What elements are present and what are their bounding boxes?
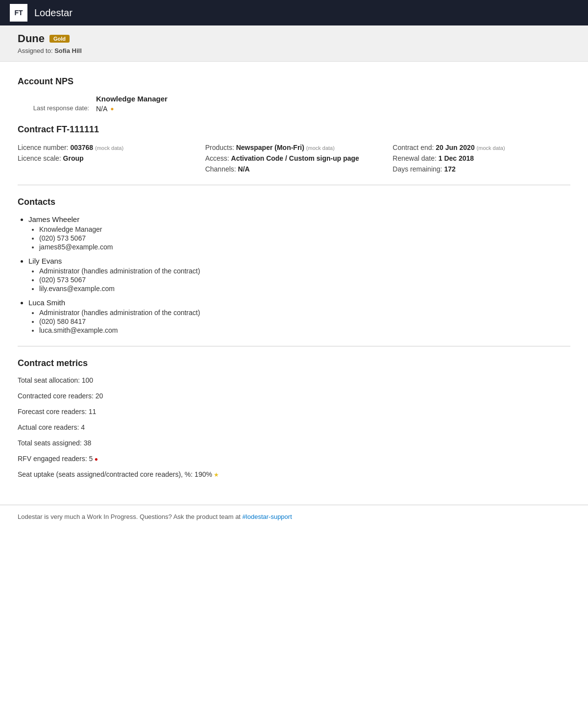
metric-row: Contracted core readers: 20 (18, 392, 570, 400)
metrics-section: Contract metrics Total seat allocation: … (18, 358, 570, 478)
days-remaining-item: Days remaining: 172 (392, 165, 570, 173)
nps-data-col: Knowledge Manager N/A ● (96, 95, 168, 113)
metric-label: Forecast core readers: (18, 408, 89, 416)
nps-dot: ● (110, 105, 114, 112)
nps-role-name: Knowledge Manager (96, 95, 168, 103)
nps-value-row: N/A ● (96, 105, 168, 113)
metric-dot: ★ (212, 471, 219, 478)
last-response-label: Last response date: (33, 104, 89, 112)
channels-label: Channels: (205, 165, 236, 173)
metric-value: 20 (96, 392, 103, 400)
access-item: Access: Activation Code / Custom sign-up… (205, 154, 383, 162)
licence-number-mock: (mock data) (95, 145, 123, 151)
nps-section: Account NPS Last response date: Knowledg… (18, 76, 570, 113)
nps-grid: Last response date: Knowledge Manager N/… (18, 95, 570, 113)
metric-label: Seat uptake (seats assigned/contracted c… (18, 470, 195, 478)
app-title: Lodestar (34, 7, 73, 19)
metric-label: RFV engaged readers: (18, 455, 89, 463)
contract-grid: Licence number: 003768 (mock data) Produ… (18, 144, 570, 173)
contract-end-value: 20 Jun 2020 (436, 144, 474, 151)
contact-detail-item: Administrator (handles administration of… (39, 267, 570, 275)
contact-detail-item: luca.smith@example.com (39, 326, 570, 334)
metric-row: Total seat allocation: 100 (18, 376, 570, 384)
app-header: FT Lodestar (0, 0, 588, 25)
contact-details: Administrator (handles administration of… (28, 267, 570, 293)
metric-label: Actual core readers: (18, 423, 81, 431)
account-bar: Dune Gold Assigned to: Sofia Hill (0, 25, 588, 62)
contract-end-item: Contract end: 20 Jun 2020 (mock data) (392, 144, 570, 151)
divider-1 (18, 185, 570, 185)
products-label: Products: (205, 144, 234, 151)
channels-item: Channels: N/A (205, 165, 383, 173)
metric-value: 100 (82, 376, 93, 384)
products-mock: (mock data) (306, 145, 335, 151)
account-name-row: Dune Gold (18, 32, 570, 45)
metric-value: 4 (81, 423, 85, 431)
metric-label: Total seats assigned: (18, 439, 84, 447)
renewal-date-label: Renewal date: (392, 154, 437, 162)
renewal-date-item: Renewal date: 1 Dec 2018 (392, 154, 570, 162)
licence-number-value: 003768 (70, 144, 93, 151)
contract-end-mock: (mock data) (477, 145, 505, 151)
days-remaining-value: 172 (444, 165, 455, 173)
access-label: Access: (205, 154, 229, 162)
contract-section: Contract FT-111111 Licence number: 00376… (18, 124, 570, 173)
contact-item: James WheelerKnowledge Manager(020) 573 … (28, 215, 570, 251)
contact-detail-item: lily.evans@example.com (39, 285, 570, 293)
nps-value: N/A (96, 105, 107, 113)
nps-label-col: Last response date: (18, 95, 96, 112)
footer-link[interactable]: #lodestar-support (243, 513, 292, 520)
access-value: Activation Code / Custom sign-up page (231, 154, 359, 162)
metric-row: Total seats assigned: 38 (18, 439, 570, 447)
metric-value: 190% (195, 470, 212, 478)
contact-detail-item: Administrator (handles administration of… (39, 309, 570, 317)
products-item: Products: Newspaper (Mon-Fri) (mock data… (205, 144, 383, 151)
main-content: Account NPS Last response date: Knowledg… (0, 62, 588, 505)
spacer-1 (18, 165, 196, 173)
account-name: Dune (18, 32, 45, 45)
licence-number-label: Licence number: (18, 144, 69, 151)
licence-scale-label: Licence scale: (18, 154, 61, 162)
ft-logo: FT (10, 4, 27, 22)
contract-end-label: Contract end: (392, 144, 434, 151)
metric-row: Actual core readers: 4 (18, 423, 570, 431)
contract-title: Contract FT-111111 (18, 124, 570, 135)
contacts-section-title: Contacts (18, 197, 570, 207)
contact-item: Lily EvansAdministrator (handles adminis… (28, 257, 570, 293)
metric-label: Contracted core readers: (18, 392, 96, 400)
channels-value: N/A (238, 165, 250, 173)
days-remaining-label: Days remaining: (392, 165, 442, 173)
metric-row: RFV engaged readers: 5 ● (18, 455, 570, 463)
contact-detail-item: james85@example.com (39, 243, 570, 251)
metric-row: Seat uptake (seats assigned/contracted c… (18, 470, 570, 478)
contact-detail-item: (020) 580 8417 (39, 318, 570, 325)
footer: Lodestar is very much a Work In Progress… (0, 505, 588, 528)
contact-detail-item: (020) 573 5067 (39, 276, 570, 284)
footer-text: Lodestar is very much a Work In Progress… (18, 513, 243, 520)
metrics-section-title: Contract metrics (18, 358, 570, 368)
renewal-date-value: 1 Dec 2018 (439, 154, 474, 162)
licence-scale-item: Licence scale: Group (18, 154, 196, 162)
contact-details: Administrator (handles administration of… (28, 309, 570, 334)
contact-detail-item: (020) 573 5067 (39, 234, 570, 242)
tier-badge: Gold (49, 35, 70, 43)
metrics-list: Total seat allocation: 100Contracted cor… (18, 376, 570, 478)
contacts-section: Contacts James WheelerKnowledge Manager(… (18, 197, 570, 334)
contact-item: Luca SmithAdministrator (handles adminis… (28, 298, 570, 334)
metric-value: 38 (84, 439, 92, 447)
assigned-name: Sofia Hill (54, 47, 82, 54)
licence-number-item: Licence number: 003768 (mock data) (18, 144, 196, 151)
assigned-label: Assigned to: (18, 47, 53, 54)
metric-row: Forecast core readers: 11 (18, 408, 570, 416)
assigned-to-row: Assigned to: Sofia Hill (18, 47, 570, 54)
metric-value: 11 (89, 408, 97, 416)
contact-list: James WheelerKnowledge Manager(020) 573 … (18, 215, 570, 334)
products-value: Newspaper (Mon-Fri) (236, 144, 304, 151)
licence-scale-value: Group (63, 154, 84, 162)
metric-dot: ● (93, 456, 98, 463)
metric-label: Total seat allocation: (18, 376, 82, 384)
contact-details: Knowledge Manager(020) 573 5067james85@e… (28, 225, 570, 251)
divider-2 (18, 346, 570, 346)
nps-section-title: Account NPS (18, 76, 570, 87)
contact-detail-item: Knowledge Manager (39, 225, 570, 233)
